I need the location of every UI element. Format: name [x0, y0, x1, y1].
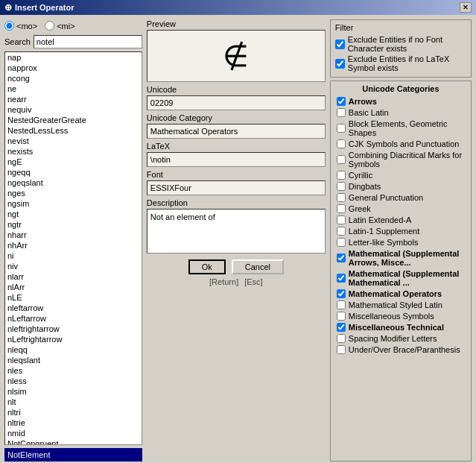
button-row: Ok Cancel [147, 259, 326, 274]
list-item[interactable]: nless [5, 376, 142, 386]
list-item[interactable]: nlt [5, 397, 142, 407]
category-label[interactable]: Block Elements, Geometric Shapes [349, 119, 465, 137]
search-row: Search [4, 35, 142, 48]
list-item[interactable]: nleqq [5, 344, 142, 355]
list-item[interactable]: ngeqq [5, 167, 142, 177]
list-item[interactable]: ngsim [5, 198, 142, 209]
list-item[interactable]: nap [5, 52, 142, 63]
filter-group: Filter Exclude Entities if no Font Chara… [330, 19, 472, 78]
list-item[interactable]: ne [5, 84, 142, 94]
list-item[interactable]: nevist [5, 136, 142, 146]
list-item[interactable]: ngE [5, 157, 142, 167]
category-label[interactable]: Mathematical Styled Latin [349, 300, 442, 309]
category-checkbox[interactable] [337, 171, 346, 180]
filter-no-font-checkbox[interactable] [335, 40, 345, 49]
list-item[interactable]: nexists [5, 146, 142, 157]
unicode-group: Unicode 02209 [147, 85, 326, 110]
preview-label: Preview [147, 19, 326, 28]
category-label[interactable]: Mathematical Operators [349, 289, 442, 298]
category-label[interactable]: Combining Diacritical Marks for Symbols [349, 151, 465, 168]
middle-panel: Preview ∉ Unicode 02209 Unicode Category… [147, 19, 326, 462]
category-checkbox[interactable] [337, 253, 346, 262]
list-item[interactable]: ngeqslant [5, 177, 142, 188]
list-item[interactable]: ngtr [5, 219, 142, 230]
ok-hint: [Return] [209, 277, 238, 286]
category-checkbox[interactable] [337, 97, 346, 106]
filter-no-font-label[interactable]: Exclude Entities if no Font Character ex… [348, 35, 466, 53]
list-item[interactable]: NestedLessLess [5, 125, 142, 136]
filter-no-latex-label[interactable]: Exclude Entities if no LaTeX Symbol exis… [348, 54, 466, 72]
list-item[interactable]: nleftrightarrow [5, 324, 142, 334]
category-checkbox[interactable] [337, 215, 346, 224]
radio-mi[interactable]: <mi> [45, 21, 74, 31]
category-checkbox[interactable] [337, 345, 346, 354]
list-item[interactable]: nles [5, 365, 142, 376]
category-checkbox[interactable] [337, 204, 346, 213]
list-item[interactable]: NotCongruent [5, 438, 142, 445]
list-item[interactable]: ngt [5, 209, 142, 219]
category-label[interactable]: Cyrillic [349, 171, 372, 180]
category-checkbox[interactable] [337, 182, 346, 191]
category-label[interactable]: Mathematical (Supplemental Mathematical … [349, 269, 465, 287]
category-checkbox[interactable] [337, 227, 346, 236]
category-label[interactable]: Miscellaneous Symbols [349, 312, 434, 321]
category-checkbox[interactable] [337, 289, 346, 298]
category-item: Mathematical Styled Latin [335, 300, 466, 310]
list-item[interactable]: nmid [5, 428, 142, 438]
ok-button[interactable]: Ok [188, 259, 226, 274]
key-hints: [Return] [Esc] [147, 277, 326, 286]
list-item[interactable]: nltrie [5, 418, 142, 428]
category-label[interactable]: General Punctuation [349, 193, 423, 202]
list-item[interactable]: nequiv [5, 104, 142, 115]
list-item[interactable]: nLE [5, 292, 142, 303]
category-label[interactable]: Letter-like Symbols [349, 238, 419, 247]
search-input[interactable] [34, 35, 142, 48]
category-label[interactable]: Greek [349, 204, 371, 213]
category-checkbox[interactable] [337, 139, 346, 148]
category-label[interactable]: Basic Latin [349, 108, 389, 117]
category-label[interactable]: Spacing Modifier Letters [349, 334, 437, 343]
category-label[interactable]: Arrows [349, 97, 377, 106]
category-label[interactable]: Mathematical (Supplemental Arrows, Misce… [349, 249, 465, 267]
category-checkbox[interactable] [337, 193, 346, 202]
list-item[interactable]: nLeftarrow [5, 313, 142, 324]
list-item[interactable]: nltri [5, 407, 142, 418]
list-item[interactable]: nearr [5, 94, 142, 104]
list-item[interactable]: nhArr [5, 240, 142, 251]
category-checkbox[interactable] [337, 312, 346, 321]
category-label[interactable]: Latin Extended-A [349, 215, 411, 224]
list-item[interactable]: nlarr [5, 271, 142, 282]
close-button[interactable]: ✕ [460, 2, 472, 13]
category-checkbox[interactable] [337, 274, 346, 283]
category-label[interactable]: Under/Over Brace/Paranthesis [349, 345, 460, 354]
category-checkbox[interactable] [337, 124, 346, 133]
list-item[interactable]: nges [5, 188, 142, 198]
radio-mo[interactable]: <mo> [4, 21, 37, 31]
list-item[interactable]: nleqslant [5, 355, 142, 365]
unicode-label: Unicode [147, 85, 326, 94]
list-item[interactable]: ni [5, 251, 142, 261]
category-label[interactable]: Latin-1 Supplement [349, 227, 419, 236]
list-item[interactable]: niv [5, 261, 142, 271]
category-checkbox[interactable] [337, 155, 346, 164]
list-item[interactable]: NestedGreaterGreate [5, 115, 142, 125]
list-item[interactable]: napprox [5, 63, 142, 73]
category-checkbox[interactable] [337, 323, 346, 332]
cancel-button[interactable]: Cancel [232, 259, 284, 274]
list-item[interactable]: nlArr [5, 282, 142, 292]
list-item[interactable]: ncong [5, 73, 142, 84]
category-label[interactable]: CJK Symbols and Punctuation [349, 139, 460, 148]
list-item[interactable]: nLeftrightarrow [5, 334, 142, 344]
filter-no-latex-checkbox[interactable] [335, 59, 345, 69]
list-item[interactable]: nlsim [5, 386, 142, 397]
category-checkbox[interactable] [337, 334, 346, 343]
category-checkbox[interactable] [337, 238, 346, 247]
list-item[interactable]: nharr [5, 230, 142, 240]
category-label[interactable]: Miscellaneous Technical [349, 323, 444, 332]
title-text: Insert Operator [15, 3, 74, 12]
category-checkbox[interactable] [337, 108, 346, 117]
operator-list[interactable]: nap napprox ncong ne nearr nequiv Nested… [4, 51, 142, 445]
list-item[interactable]: nleftarrow [5, 303, 142, 313]
category-checkbox[interactable] [337, 300, 346, 309]
category-label[interactable]: Dingbats [349, 182, 381, 191]
